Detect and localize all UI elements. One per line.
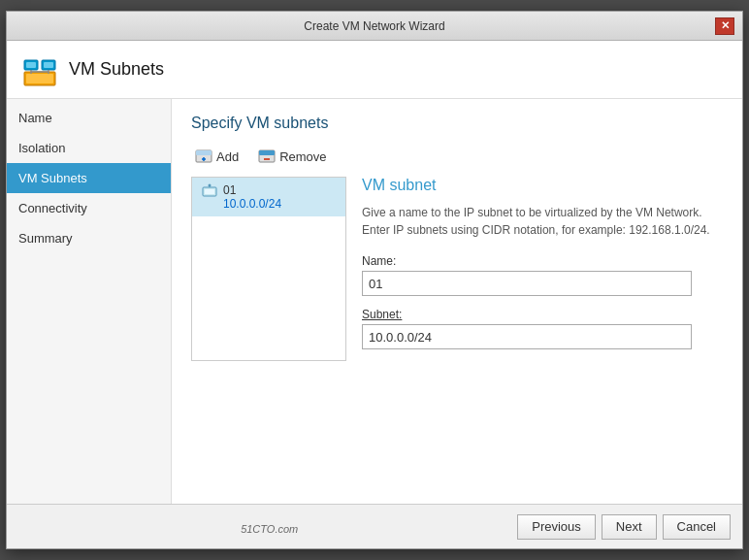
main-window: Create VM Network Wizard ✕ VM Subnets Na… [6,11,743,549]
sidebar-item-isolation[interactable]: Isolation [7,133,171,163]
cancel-button[interactable]: Cancel [663,514,731,540]
sidebar-item-name[interactable]: Name [7,103,171,133]
main-panel: Specify VM subnets Add [172,99,742,504]
header-icon [22,52,57,87]
subnet-label-text: Subnet: [362,308,402,321]
previous-button[interactable]: Previous [517,514,596,540]
subnet-list: 01 10.0.0.0/24 [191,177,346,361]
subnet-node-icon [202,183,217,199]
svg-rect-5 [44,62,53,68]
watermark: 51CTO.com [241,523,298,535]
name-label-text: Name: [362,254,396,268]
footer: 51CTO.com Previous Next Cancel [7,504,742,548]
name-label: Name: [362,254,723,268]
window-title: Create VM Network Wizard [34,19,715,33]
detail-description: Give a name to the IP subnet to be virtu… [362,204,723,239]
subnet-label: Subnet: [362,308,723,321]
remove-label: Remove [279,149,326,164]
toolbar: Add Remove [191,146,723,167]
add-icon [195,148,212,165]
svg-rect-17 [205,189,214,194]
remove-button[interactable]: Remove [254,146,330,167]
sidebar-item-connectivity[interactable]: Connectivity [7,193,171,223]
panel-title: Specify VM subnets [191,115,723,132]
subnet-input[interactable] [362,324,692,349]
add-label: Add [216,149,239,164]
subnet-item-name: 01 [223,183,281,197]
vm-network-icon [22,52,57,87]
sidebar-item-vm-subnets[interactable]: VM Subnets [7,163,171,193]
sidebar: Name Isolation VM Subnets Connectivity S… [7,99,172,504]
svg-rect-10 [196,150,212,155]
header-bar: VM Subnets [7,41,742,99]
subnet-item-ip: 10.0.0.0/24 [223,197,281,211]
sidebar-item-summary[interactable]: Summary [7,223,171,253]
detail-panel: VM subnet Give a name to the IP subnet t… [362,177,723,361]
name-input[interactable] [362,271,692,296]
remove-icon [258,148,276,165]
add-button[interactable]: Add [191,146,243,167]
svg-rect-14 [259,150,275,155]
svg-rect-4 [26,62,36,68]
close-button[interactable]: ✕ [715,17,734,35]
svg-rect-1 [26,74,53,83]
name-form-group: Name: [362,254,723,296]
two-col-layout: 01 10.0.0.0/24 VM subnet Give a name to … [191,177,723,361]
detail-title: VM subnet [362,177,723,194]
subnet-form-group: Subnet: [362,308,723,349]
subnet-list-item[interactable]: 01 10.0.0.0/24 [192,178,345,216]
page-header-title: VM Subnets [69,59,164,80]
svg-point-19 [209,184,212,187]
title-bar: Create VM Network Wizard ✕ [7,12,742,41]
next-button[interactable]: Next [602,514,657,540]
content-area: Name Isolation VM Subnets Connectivity S… [7,99,742,504]
